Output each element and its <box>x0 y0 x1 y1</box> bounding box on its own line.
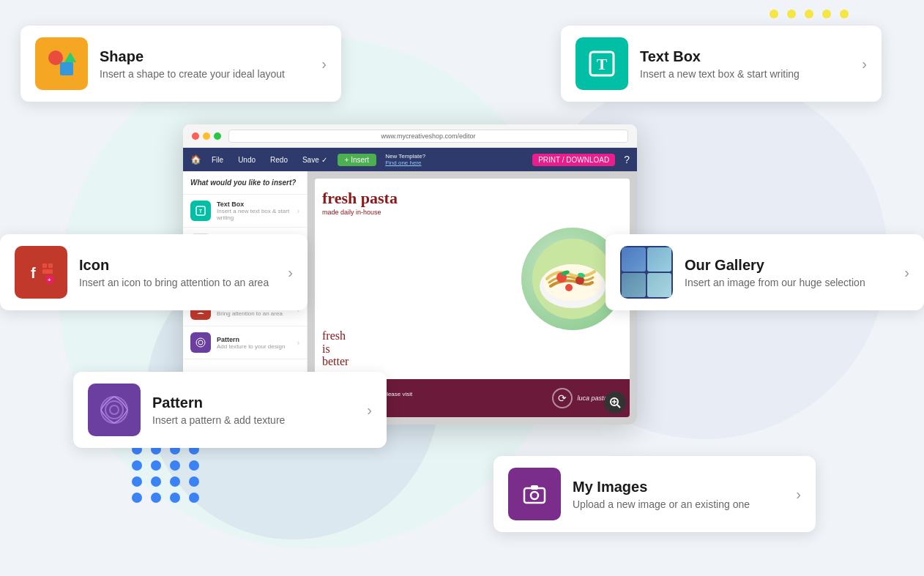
pasta-tagline: freshisbetter <box>322 329 349 368</box>
svg-rect-1 <box>60 62 73 75</box>
myimages-card-desc: Upload a new image or an existing one <box>573 498 784 510</box>
shape-icon <box>35 37 88 90</box>
textbox-card-content: Text Box Insert a new text box & start w… <box>640 48 850 80</box>
svg-text:+: + <box>48 277 51 283</box>
svg-point-26 <box>196 338 205 347</box>
pasta-top: fresh pasta made daily in-house freshisb… <box>315 179 630 379</box>
help-btn[interactable]: ? <box>624 154 630 165</box>
browser-bar: www.mycreativeshop.com/editor <box>183 124 637 148</box>
icon-card[interactable]: f + Icon Insert an icon to bring attenti… <box>0 234 308 310</box>
browser-dot-yellow <box>203 132 210 140</box>
textbox-icon: T <box>575 37 628 90</box>
sidebar-prompt: What would you like to insert? <box>183 171 307 195</box>
pattern-card-title: Pattern <box>152 394 355 411</box>
sidebar-pattern-icon <box>190 332 211 353</box>
myimages-card-content: My Images Upload a new image or an exist… <box>573 479 784 510</box>
pasta-subtitle: made daily in-house <box>322 209 398 216</box>
insert-btn[interactable]: + Insert <box>338 154 377 166</box>
svg-point-27 <box>198 340 203 345</box>
sidebar-textbox-text: Text Box Insert a new text box & start w… <box>217 201 297 221</box>
myimages-card[interactable]: My Images Upload a new image or an exist… <box>493 456 816 532</box>
svg-rect-8 <box>48 263 53 268</box>
zoom-button[interactable] <box>604 392 626 414</box>
save-btn[interactable]: Save ✓ <box>298 154 332 165</box>
sidebar-item-textbox[interactable]: T Text Box Insert a new text box & start… <box>183 195 307 228</box>
svg-rect-16 <box>517 476 552 512</box>
new-template-label: New Template? <box>385 153 425 160</box>
textbox-card-arrow: › <box>862 56 867 72</box>
sidebar-item-pattern[interactable]: Pattern Add texture to your design › <box>183 326 307 359</box>
pasta-title: fresh pasta <box>322 190 398 207</box>
textbox-card-desc: Insert a new text box & start writing <box>640 68 850 80</box>
icon-card-content: Icon Insert an icon to bring attention t… <box>79 257 276 288</box>
gallery-card[interactable]: Our Gallery Insert an image from our hug… <box>606 234 924 310</box>
svg-rect-12 <box>97 392 132 427</box>
pattern-card[interactable]: Pattern Insert a pattern & add texture › <box>73 372 387 448</box>
shape-card-desc: Insert a shape to create your ideal layo… <box>100 68 310 80</box>
print-btn[interactable]: PRINT / DOWNLOAD <box>532 154 615 166</box>
textbox-card-title: Text Box <box>640 48 850 65</box>
pattern-icon <box>88 384 141 436</box>
file-btn[interactable]: File <box>207 154 228 165</box>
myimages-card-arrow: › <box>796 486 801 503</box>
gallery-card-title: Our Gallery <box>685 257 893 274</box>
gallery-card-content: Our Gallery Insert an image from our hug… <box>685 257 893 288</box>
svg-text:f: f <box>31 265 36 281</box>
browser-url-bar[interactable]: www.mycreativeshop.com/editor <box>228 130 628 143</box>
svg-point-33 <box>565 284 573 291</box>
undo-btn[interactable]: Undo <box>234 154 260 165</box>
myimages-card-title: My Images <box>573 479 784 495</box>
redo-btn[interactable]: Redo <box>266 154 292 165</box>
gallery-card-arrow: › <box>904 264 909 281</box>
pattern-card-content: Pattern Insert a pattern & add texture <box>152 394 355 426</box>
editor-toolbar: 🏠 File Undo Redo Save ✓ + Insert New Tem… <box>183 148 637 171</box>
textbox-card[interactable]: T Text Box Insert a new text box & start… <box>561 26 882 102</box>
gallery-card-desc: Insert an image from our huge selection <box>685 277 893 288</box>
find-one-link[interactable]: Find one here <box>385 160 425 166</box>
gallery-icon <box>620 246 673 299</box>
svg-rect-5 <box>23 255 59 290</box>
svg-rect-7 <box>42 263 47 268</box>
browser-dots <box>192 132 221 140</box>
myimages-icon <box>508 468 561 520</box>
svg-rect-9 <box>42 269 53 274</box>
sidebar-prompt-text: What would you like to insert? <box>190 179 296 187</box>
pattern-card-desc: Insert a pattern & add texture <box>152 414 355 426</box>
shape-card-title: Shape <box>100 48 310 65</box>
svg-text:T: T <box>597 55 608 73</box>
icon-icon: f + <box>15 246 67 299</box>
svg-rect-19 <box>531 485 538 490</box>
svg-text:T: T <box>199 209 203 214</box>
shape-card-content: Shape Insert a shape to create your idea… <box>100 48 310 80</box>
shape-card[interactable]: Shape Insert a shape to create your idea… <box>21 26 341 102</box>
svg-line-37 <box>617 405 620 408</box>
shape-card-arrow: › <box>321 56 327 72</box>
sidebar-pattern-text: Pattern Add texture to your design <box>217 336 285 350</box>
icon-card-desc: Insert an icon to bring attention to an … <box>79 277 276 288</box>
sidebar-textbox-icon: T <box>190 201 211 221</box>
icon-card-arrow: › <box>288 264 293 281</box>
browser-dot-red <box>192 132 199 140</box>
svg-marker-2 <box>64 52 76 62</box>
pattern-card-arrow: › <box>367 402 372 419</box>
browser-dot-green <box>214 132 221 140</box>
icon-card-title: Icon <box>79 257 276 274</box>
